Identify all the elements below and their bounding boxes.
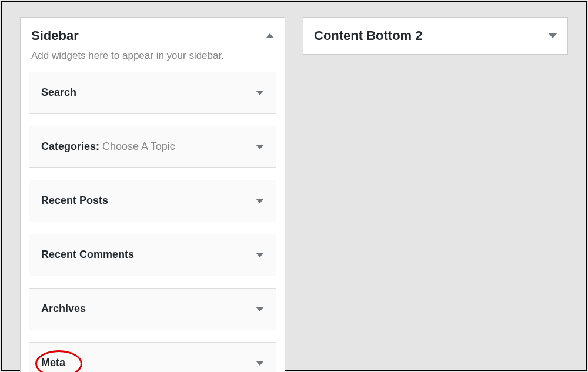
chevron-down-icon [256,145,264,149]
chevron-down-icon [256,253,264,257]
chevron-down-icon [256,361,264,366]
widget-title: Recent Posts [41,195,108,207]
widget-label: Search [41,86,76,98]
widget-recent-posts[interactable]: Recent Posts [29,180,276,222]
content-bottom-2-panel-title: Content Bottom 2 [314,28,423,43]
widget-archives[interactable]: Archives [29,288,276,330]
widget-meta[interactable]: Meta [29,342,276,373]
widget-suffix: Choose A Topic [99,140,175,152]
sidebar-panel-title: Sidebar [31,28,79,43]
chevron-down-icon [256,307,264,311]
widget-categories[interactable]: Categories: Choose A Topic [29,126,276,168]
chevron-up-icon [266,33,274,38]
widget-title: Archives [41,303,86,315]
sidebar-widget-list: Search Categories: Choose A Topic Recent… [21,72,285,373]
widget-label: Meta [41,357,65,368]
widget-title: Meta [41,357,65,369]
content-bottom-2-panel-header[interactable]: Content Bottom 2 [303,18,567,54]
widgets-admin-page: Sidebar Add widgets here to appear in yo… [1,1,587,371]
sidebar-panel-header[interactable]: Sidebar [21,18,285,48]
widget-label: Recent Comments [41,249,134,260]
widget-label: Archives [41,303,86,314]
chevron-down-icon [549,33,557,38]
chevron-down-icon [256,199,264,203]
sidebar-panel-description: Add widgets here to appear in your sideb… [21,48,285,72]
widget-search[interactable]: Search [29,72,276,114]
widget-label: Categories: [41,140,99,152]
sidebar-widget-area-panel: Sidebar Add widgets here to appear in yo… [20,17,285,372]
widget-title: Recent Comments [41,249,134,261]
content-bottom-2-widget-area-panel: Content Bottom 2 [303,17,568,55]
widget-recent-comments[interactable]: Recent Comments [29,234,276,276]
widget-label: Recent Posts [41,195,108,206]
widget-title: Categories: Choose A Topic [41,140,175,153]
widget-title: Search [41,86,76,99]
chevron-down-icon [256,91,264,95]
